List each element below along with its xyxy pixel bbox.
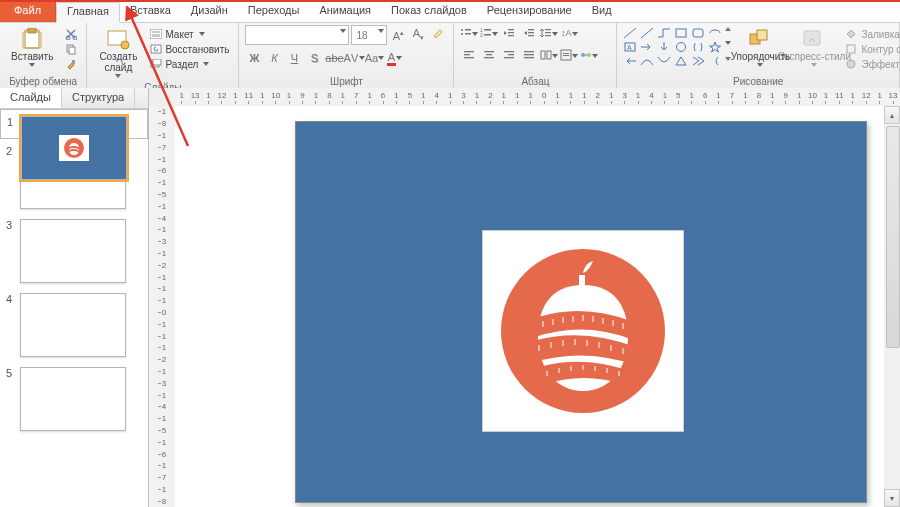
shape-leftarrow-icon[interactable] bbox=[623, 55, 637, 67]
font-name-select[interactable] bbox=[245, 25, 349, 45]
format-painter-button[interactable] bbox=[62, 57, 80, 71]
shape-circle-icon[interactable] bbox=[674, 41, 688, 53]
group-paragraph: 12 ↕A Абзац bbox=[454, 23, 617, 89]
gallery-down-icon[interactable] bbox=[725, 41, 731, 45]
tab-home[interactable]: Главная bbox=[56, 2, 120, 23]
shape-fill-button[interactable]: Заливка фигуры bbox=[843, 27, 900, 41]
text-direction-button[interactable]: ↕A bbox=[560, 25, 578, 43]
smartart-button[interactable] bbox=[580, 47, 598, 65]
scroll-down-button[interactable]: ▾ bbox=[884, 489, 900, 507]
tab-insert[interactable]: Вставка bbox=[120, 2, 181, 22]
copy-button[interactable] bbox=[62, 42, 80, 56]
line-spacing-button[interactable] bbox=[540, 25, 558, 43]
font-size-select[interactable]: 18 bbox=[351, 25, 387, 45]
strike-button[interactable]: abe bbox=[325, 49, 343, 67]
shape-downarrow-icon[interactable] bbox=[657, 41, 671, 53]
svg-rect-24 bbox=[508, 29, 514, 30]
shape-textbox-icon[interactable]: A bbox=[623, 41, 637, 53]
tab-slideshow[interactable]: Показ слайдов bbox=[381, 2, 477, 22]
decrease-font-button[interactable]: A▾ bbox=[409, 26, 427, 44]
slide-thumbnail[interactable]: 5 bbox=[0, 361, 148, 435]
slide-stage[interactable] bbox=[175, 106, 884, 507]
shape-connector-icon[interactable] bbox=[657, 27, 671, 39]
scroll-up-button[interactable]: ▴ bbox=[884, 106, 900, 124]
increase-indent-button[interactable] bbox=[520, 25, 538, 43]
layout-button[interactable]: Макет bbox=[147, 27, 232, 41]
shape-rect-icon[interactable] bbox=[674, 27, 688, 39]
new-slide-button[interactable]: Создать слайд bbox=[93, 25, 143, 81]
justify-button[interactable] bbox=[520, 47, 538, 65]
scrollbar-vertical[interactable]: ▴ ▾ bbox=[883, 106, 900, 507]
tab-design[interactable]: Дизайн bbox=[181, 2, 238, 22]
shape-star-icon[interactable] bbox=[708, 41, 722, 53]
decrease-indent-button[interactable] bbox=[500, 25, 518, 43]
tab-transitions[interactable]: Переходы bbox=[238, 2, 310, 22]
shape-brace-icon[interactable] bbox=[691, 41, 705, 53]
section-button[interactable]: Раздел bbox=[147, 57, 232, 71]
bullets-button[interactable] bbox=[460, 25, 478, 43]
shape-effects-button[interactable]: Эффекты фигур bbox=[843, 57, 900, 71]
change-case-button[interactable]: Aa bbox=[365, 49, 383, 67]
tab-review[interactable]: Рецензирование bbox=[477, 2, 582, 22]
shape-curve-icon[interactable] bbox=[640, 55, 654, 67]
ruler-tick: 1 bbox=[158, 224, 166, 236]
font-color-button[interactable]: A bbox=[385, 49, 403, 67]
reset-button[interactable]: Восстановить bbox=[147, 42, 232, 56]
ruler-tick: 1 bbox=[158, 200, 166, 212]
align-text-button[interactable] bbox=[560, 47, 578, 65]
shape-curve2-icon[interactable] bbox=[657, 55, 671, 67]
italic-icon: К bbox=[271, 52, 277, 64]
cut-button[interactable] bbox=[62, 27, 80, 41]
thumb-tab-slides[interactable]: Слайды bbox=[0, 88, 62, 108]
clear-format-icon bbox=[432, 28, 444, 42]
shape-line-icon[interactable] bbox=[623, 27, 637, 39]
shadow-button[interactable]: S bbox=[305, 49, 323, 67]
svg-rect-31 bbox=[545, 32, 551, 33]
align-left-button[interactable] bbox=[460, 47, 478, 65]
shape-outline-button[interactable]: Контур фигуры bbox=[843, 42, 900, 56]
svg-rect-32 bbox=[545, 35, 551, 36]
paste-icon bbox=[18, 28, 46, 50]
ruler-tick: 1 bbox=[336, 91, 349, 104]
ruler-tick: 1 bbox=[873, 91, 886, 104]
clear-format-button[interactable] bbox=[429, 26, 447, 44]
align-center-button[interactable] bbox=[480, 47, 498, 65]
ruler-tick: 1 bbox=[819, 91, 832, 104]
scroll-thumb[interactable] bbox=[886, 126, 900, 348]
italic-button[interactable]: К bbox=[265, 49, 283, 67]
shape-arrow-icon[interactable] bbox=[640, 41, 654, 53]
shape-triangle-icon[interactable] bbox=[674, 55, 688, 67]
shape-bracket-icon[interactable] bbox=[708, 27, 722, 39]
slide-canvas[interactable] bbox=[295, 121, 867, 503]
slide-thumbnail[interactable]: 1 bbox=[0, 109, 148, 139]
shape-chevron-icon[interactable] bbox=[691, 55, 705, 67]
shape-line2-icon[interactable] bbox=[640, 27, 654, 39]
ruler-tick: 2 bbox=[158, 354, 166, 366]
numbering-button[interactable]: 12 bbox=[480, 25, 498, 43]
ruler-tick: 2 bbox=[591, 91, 604, 104]
thumb-tab-outline[interactable]: Структура bbox=[62, 88, 135, 108]
shape-roundrect-icon[interactable] bbox=[691, 27, 705, 39]
quick-styles-button[interactable]: Экспресс-стили bbox=[789, 25, 839, 70]
slide-thumbnail[interactable]: 3 bbox=[0, 213, 148, 287]
tab-file[interactable]: Файл bbox=[0, 2, 56, 22]
slide-thumbnail[interactable]: 4 bbox=[0, 287, 148, 361]
shape-gallery[interactable]: A bbox=[623, 25, 731, 67]
tab-animation[interactable]: Анимация bbox=[309, 2, 381, 22]
gallery-up-icon[interactable] bbox=[725, 27, 731, 31]
svg-rect-45 bbox=[524, 57, 534, 58]
align-right-button[interactable] bbox=[500, 47, 518, 65]
tab-view[interactable]: Вид bbox=[582, 2, 622, 22]
slide-image[interactable] bbox=[482, 230, 684, 432]
columns-button[interactable] bbox=[540, 47, 558, 65]
slide-number: 5 bbox=[6, 367, 14, 379]
ruler-tick: 1 bbox=[511, 91, 524, 104]
increase-font-button[interactable]: A▴ bbox=[389, 26, 407, 44]
shape-leftbrace-icon[interactable] bbox=[708, 55, 722, 67]
underline-button[interactable]: Ч bbox=[285, 49, 303, 67]
thumb-list[interactable]: 12345 bbox=[0, 109, 148, 507]
paste-button[interactable]: Вставить bbox=[6, 25, 58, 70]
char-spacing-button[interactable]: AV bbox=[345, 49, 363, 67]
bold-button[interactable]: Ж bbox=[245, 49, 263, 67]
arrange-button[interactable]: Упорядочить bbox=[735, 25, 785, 70]
